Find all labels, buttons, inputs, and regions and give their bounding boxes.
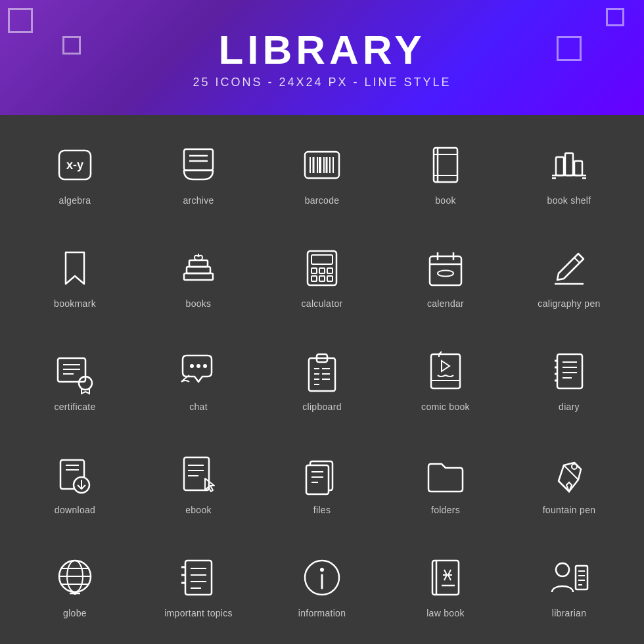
svg-rect-25	[184, 273, 213, 280]
svg-rect-36	[327, 276, 333, 281]
icon-cell-bookmark: bookmark	[13, 225, 137, 328]
icon-cell-chat: chat	[137, 328, 260, 431]
books-label: books	[186, 298, 212, 309]
information-icon	[298, 554, 346, 601]
icon-cell-diary: diary	[507, 328, 631, 431]
barcode-icon	[298, 141, 346, 189]
icon-cell-download: download	[13, 431, 137, 534]
book-label: book	[435, 195, 456, 206]
icon-cell-book-shelf: book shelf	[507, 122, 631, 225]
svg-point-109	[556, 563, 569, 576]
barcode-label: barcode	[305, 195, 340, 206]
icon-cell-caligraphy-pen: caligraphy pen	[507, 225, 631, 328]
icon-cell-information: information	[260, 534, 384, 637]
ebook-label: ebook	[185, 505, 212, 515]
law-book-icon	[422, 554, 469, 601]
book-shelf-icon	[545, 141, 593, 189]
calculator-label: calculator	[302, 298, 343, 309]
diary-label: diary	[559, 402, 580, 412]
book-icon	[422, 141, 469, 189]
svg-point-103	[320, 568, 324, 572]
calculator-icon	[298, 244, 346, 292]
header-title: LIBRARY	[218, 26, 425, 73]
icon-cell-clipboard: clipboard	[260, 328, 384, 431]
svg-rect-2	[184, 149, 213, 170]
files-label: files	[313, 505, 331, 515]
svg-rect-20	[556, 157, 564, 175]
svg-point-86	[572, 464, 577, 469]
bookmark-icon	[51, 244, 99, 292]
svg-rect-27	[189, 260, 208, 267]
calendar-label: calendar	[427, 298, 464, 309]
globe-label: globe	[63, 608, 87, 618]
comic-book-label: comic book	[421, 402, 470, 412]
chat-label: chat	[189, 402, 208, 412]
icons-grid: x-y algebra archive barcode	[0, 115, 644, 644]
icon-cell-archive: archive	[137, 122, 260, 225]
header: LIBRARY 25 ICONS - 24X24 PX - LINE STYLE	[0, 0, 644, 115]
svg-rect-60	[431, 354, 460, 388]
svg-rect-62	[557, 354, 582, 388]
clipboard-label: clipboard	[302, 402, 342, 412]
globe-icon	[51, 554, 99, 601]
folders-label: folders	[431, 505, 460, 515]
important-topics-label: important topics	[164, 608, 233, 618]
svg-rect-26	[187, 267, 210, 273]
icon-cell-algebra: x-y algebra	[13, 122, 137, 225]
calendar-icon	[422, 244, 469, 292]
svg-rect-35	[319, 276, 325, 281]
deco-square-tl2	[62, 36, 81, 55]
icon-cell-librarian: librarian	[507, 534, 631, 637]
ebook-icon	[175, 451, 222, 498]
svg-text:x-y: x-y	[66, 158, 83, 172]
deco-square-tl	[8, 8, 33, 33]
librarian-label: librarian	[552, 608, 587, 618]
svg-line-85	[564, 465, 578, 480]
fountain-pen-label: fountain pen	[543, 505, 596, 515]
algebra-icon: x-y	[51, 141, 99, 189]
algebra-label: algebra	[59, 195, 91, 206]
icon-cell-ebook: ebook	[137, 431, 260, 534]
archive-icon	[175, 141, 222, 189]
svg-rect-94	[185, 561, 212, 595]
books-icon	[175, 244, 222, 292]
fountain-pen-icon	[545, 451, 593, 498]
comic-book-icon	[422, 348, 469, 395]
svg-rect-22	[574, 161, 582, 175]
diary-icon	[545, 348, 593, 395]
information-label: information	[298, 608, 346, 618]
icon-cell-books: books	[137, 225, 260, 328]
svg-point-50	[203, 364, 207, 368]
svg-point-48	[190, 364, 194, 368]
svg-rect-21	[565, 153, 573, 175]
deco-square-tr	[606, 8, 624, 26]
icon-cell-law-book: law book	[384, 534, 507, 637]
icon-cell-fountain-pen: fountain pen	[507, 431, 631, 534]
certificate-label: certificate	[54, 402, 95, 412]
icon-cell-files: files	[260, 431, 384, 534]
librarian-icon	[545, 554, 593, 601]
caligraphy-pen-icon	[545, 244, 593, 292]
download-icon	[51, 451, 99, 498]
header-subtitle: 25 ICONS - 24X24 PX - LINE STYLE	[193, 76, 451, 89]
icon-cell-calendar: calendar	[384, 225, 507, 328]
law-book-label: law book	[426, 608, 465, 618]
chat-icon	[175, 348, 222, 395]
svg-rect-33	[327, 268, 333, 273]
svg-rect-31	[311, 268, 317, 273]
archive-label: archive	[183, 195, 214, 206]
svg-rect-34	[311, 276, 317, 281]
icon-cell-folders: folders	[384, 431, 507, 534]
svg-rect-81	[306, 465, 329, 494]
svg-rect-30	[311, 255, 333, 264]
icon-cell-certificate: certificate	[13, 328, 137, 431]
bookmark-label: bookmark	[54, 298, 96, 309]
icon-cell-book: book	[384, 122, 507, 225]
caligraphy-pen-label: caligraphy pen	[538, 298, 600, 309]
files-icon	[298, 451, 346, 498]
clipboard-icon	[298, 348, 346, 395]
icon-cell-comic-book: comic book	[384, 328, 507, 431]
icon-cell-globe: globe	[13, 534, 137, 637]
icon-cell-important-topics: important topics	[137, 534, 260, 637]
book-shelf-label: book shelf	[547, 195, 591, 206]
